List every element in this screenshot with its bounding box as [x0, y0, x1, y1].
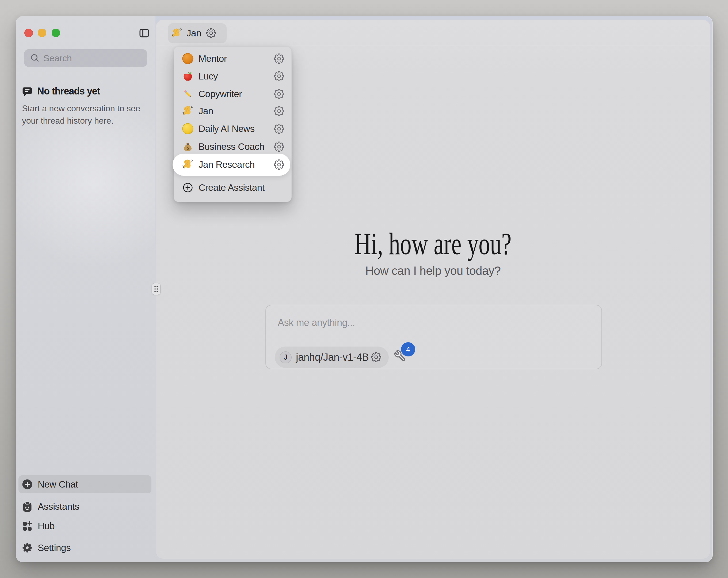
svg-text:$: $ [187, 146, 189, 150]
